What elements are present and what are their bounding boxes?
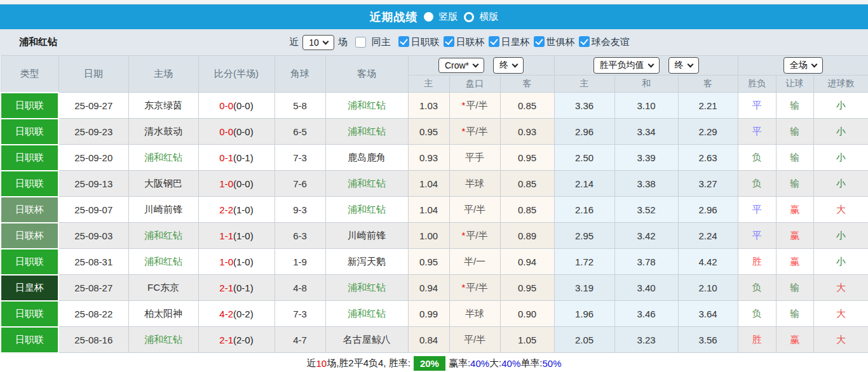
- corner-count: 7-6: [275, 171, 325, 197]
- team-name: 浦和红钻: [0, 36, 140, 48]
- chevron-down-icon: [811, 62, 818, 68]
- subheader-eu-away: 客: [678, 76, 738, 93]
- eu-draw-odds: 3.10: [614, 93, 678, 119]
- ah-away-odds: 0.85: [500, 171, 554, 197]
- subheader-eu-draw: 和: [614, 76, 678, 93]
- goals-over-under: 小: [813, 119, 868, 145]
- eu-draw-odds: 3.52: [614, 197, 678, 223]
- league-checkbox-label[interactable]: 日皇杯: [501, 36, 530, 47]
- halftime-score: (1-0): [233, 230, 254, 241]
- match-row: 日联杯25-09-03浦和红钻1-1(1-0)6-3川崎前锋1.00*平/半0.…: [1, 223, 868, 249]
- match-result: 胜: [738, 249, 776, 275]
- away-team: 鹿岛鹿角: [325, 145, 408, 171]
- match-date: 25-09-20: [58, 145, 128, 171]
- ah-line: 半球: [449, 171, 500, 197]
- chevron-down-icon: [473, 62, 479, 68]
- home-team: 大阪钢巴: [128, 171, 198, 197]
- league-filter-group: 日职联日联杯日皇杯世俱杯球会友谊: [395, 36, 630, 48]
- halftime-score: (1-0): [233, 256, 254, 267]
- ah-away-odds: 0.85: [500, 197, 554, 223]
- eu-away-odds: 2.29: [678, 119, 738, 145]
- corner-count: 6-5: [275, 119, 325, 145]
- away-team: 名古屋鲸八: [325, 327, 408, 353]
- home-team: 清水鼓动: [128, 119, 198, 145]
- league-checkbox-label[interactable]: 日联杯: [456, 36, 485, 47]
- subheader-ah-away: 客: [500, 76, 554, 93]
- score-cell: 1-1(1-0): [198, 223, 275, 249]
- away-team: 浦和红钻: [325, 301, 408, 327]
- fulltime-score: 0-0: [219, 126, 233, 137]
- same-home-label[interactable]: 同主: [372, 36, 391, 48]
- ah-line: 半/一: [449, 249, 500, 275]
- eu-away-odds: 2.10: [678, 275, 738, 301]
- corner-count: 1-9: [275, 249, 325, 275]
- summary-segment: 40%: [470, 358, 489, 369]
- ah-away-odds: 0.94: [500, 249, 554, 275]
- corner-count: 7-3: [275, 301, 325, 327]
- league-checkbox[interactable]: [579, 36, 590, 47]
- goals-over-under: 小: [813, 145, 868, 171]
- league-checkbox-label[interactable]: 世俱杯: [546, 36, 575, 47]
- handicap-result: 赢: [776, 223, 813, 249]
- halftime-score: (0-1): [233, 152, 254, 163]
- ah-home-odds: 0.93: [408, 145, 449, 171]
- match-count-select[interactable]: 10: [302, 35, 334, 50]
- goals-over-under: 小: [813, 171, 868, 197]
- recent-results-panel: 近期战绩 竖版 横版 浦和红钻 近 10 场 同主 日职联日联杯日皇杯世俱杯球会…: [0, 0, 868, 372]
- league-checkbox[interactable]: [489, 36, 499, 47]
- eu-home-odds: 2.05: [554, 327, 614, 353]
- handicap-time-select[interactable]: 终: [493, 57, 524, 74]
- recent-label: 近: [289, 36, 299, 48]
- league-checkbox-label[interactable]: 日职联: [411, 36, 440, 47]
- away-team: 川崎前锋: [325, 223, 408, 249]
- col-header-type: 类型: [1, 56, 58, 93]
- match-result: 平: [738, 223, 776, 249]
- horizontal-layout-label[interactable]: 横版: [480, 11, 499, 23]
- eu-home-odds: 2.50: [554, 145, 614, 171]
- vertical-layout-label[interactable]: 竖版: [439, 11, 458, 23]
- chevron-down-icon: [687, 62, 693, 68]
- eu-away-odds: 3.27: [678, 171, 738, 197]
- ah-away-odds: 0.89: [500, 223, 554, 249]
- subheader-ah-line: 盘口: [449, 76, 500, 93]
- summary-segment: 20%: [414, 356, 445, 371]
- europe-time-select[interactable]: 终: [668, 57, 699, 74]
- score-cell: 4-2(0-2): [198, 301, 275, 327]
- handicap-result: 输: [776, 145, 813, 171]
- summary-segment: 50%: [542, 358, 561, 369]
- ah-line: 平/半: [449, 327, 500, 353]
- page-top-strip: [0, 0, 868, 4]
- vertical-layout-radio[interactable]: [424, 12, 433, 22]
- home-team: 川崎前锋: [128, 197, 198, 223]
- subheader-ah-home: 主: [408, 76, 449, 93]
- league-checkbox[interactable]: [398, 36, 409, 47]
- fulltime-score: 0-1: [219, 152, 233, 163]
- results-table: 类型 日期 主场 比分(半场) 角球 客场 Crow* 终 胜平负均值 终: [0, 55, 868, 354]
- bookmaker-select[interactable]: Crow*: [438, 58, 484, 73]
- match-result: 负: [738, 171, 776, 197]
- match-row: 日职联25-09-27东京绿茵0-0(0-0)5-8浦和红钻1.03*平/半0.…: [1, 93, 868, 119]
- league-type-badge: 日职联: [1, 119, 58, 145]
- chevron-down-icon: [648, 62, 654, 68]
- away-team: 浦和红钻: [325, 119, 408, 145]
- league-type-badge: 日职联: [1, 301, 58, 327]
- match-row: 日联杯25-09-07川崎前锋2-2(1-0)9-3浦和红钻1.04平/半0.8…: [1, 197, 868, 223]
- scope-group-header: 全场: [738, 56, 868, 76]
- fulltime-score: 2-1: [219, 282, 233, 293]
- ah-line: *平/半: [449, 93, 500, 119]
- score-cell: 0-0(0-0): [198, 93, 275, 119]
- away-team: 浦和红钻: [325, 197, 408, 223]
- horizontal-layout-radio[interactable]: [464, 12, 474, 22]
- ah-home-odds: 0.95: [408, 119, 449, 145]
- league-checkbox[interactable]: [444, 36, 454, 47]
- ah-line: 半球: [449, 301, 500, 327]
- scope-select[interactable]: 全场: [783, 57, 823, 74]
- corner-count: 5-8: [275, 93, 325, 119]
- eu-home-odds: 3.36: [554, 93, 614, 119]
- league-checkbox-label[interactable]: 球会友谊: [592, 36, 630, 47]
- same-home-checkbox[interactable]: [355, 37, 366, 48]
- europe-avg-select[interactable]: 胜平负均值: [593, 57, 660, 74]
- league-checkbox[interactable]: [534, 36, 545, 47]
- league-type-badge: 日职联: [1, 145, 58, 171]
- eu-home-odds: 2.95: [554, 223, 614, 249]
